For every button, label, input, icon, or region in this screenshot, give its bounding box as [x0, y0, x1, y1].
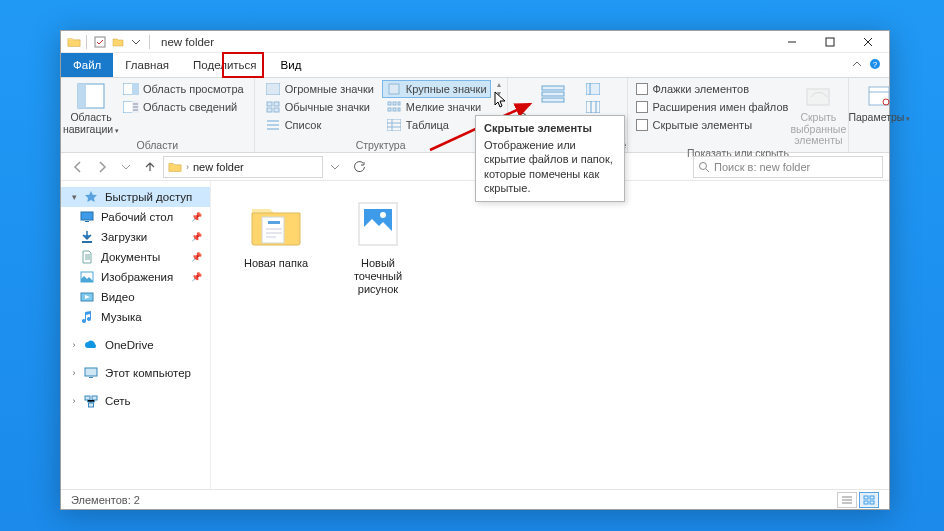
- help-icon[interactable]: ?: [869, 58, 881, 72]
- svg-rect-39: [85, 396, 90, 400]
- sidebar-documents[interactable]: Документы📌: [61, 247, 210, 267]
- sidebar-onedrive[interactable]: ›OneDrive: [61, 335, 210, 355]
- sidebar-pictures[interactable]: Изображения📌: [61, 267, 210, 287]
- layout-huge-icons[interactable]: Огромные значки: [261, 80, 378, 98]
- sidebar-desktop[interactable]: Рабочий стол📌: [61, 207, 210, 227]
- nav-up-button[interactable]: [139, 156, 161, 178]
- quick-access-toolbar: [63, 34, 153, 50]
- pin-icon: 📌: [191, 252, 202, 262]
- sidebar-network[interactable]: ›Сеть: [61, 391, 210, 411]
- pin-icon: 📌: [191, 232, 202, 242]
- view-large-icons-button[interactable]: [859, 492, 879, 508]
- sidebar-downloads[interactable]: Загрузки📌: [61, 227, 210, 247]
- sidebar-quick-access[interactable]: ▾ Быстрый доступ: [61, 187, 210, 207]
- tab-view[interactable]: Вид: [269, 53, 314, 77]
- tab-share[interactable]: Поделиться: [181, 53, 269, 77]
- svg-rect-34: [82, 241, 92, 243]
- checkbox-item-checkboxes[interactable]: Флажки элементов: [634, 80, 791, 98]
- nav-recent-dropdown[interactable]: [115, 156, 137, 178]
- svg-rect-24: [542, 92, 564, 96]
- details-pane-button[interactable]: Область сведений: [119, 98, 248, 116]
- file-tab[interactable]: Файл: [61, 53, 113, 77]
- chevron-down-icon[interactable]: ▾: [69, 192, 79, 202]
- computer-icon: [83, 365, 99, 381]
- qat-dropdown-icon[interactable]: [128, 34, 144, 50]
- video-icon: [79, 289, 95, 305]
- status-bar: Элементов: 2: [61, 489, 889, 509]
- sidebar-music[interactable]: Музыка: [61, 307, 210, 327]
- checkbox-file-extensions[interactable]: Расширения имен файлов: [634, 98, 791, 116]
- preview-pane-button[interactable]: Область просмотра: [119, 80, 248, 98]
- group-by-icon[interactable]: [581, 80, 605, 98]
- file-item-folder[interactable]: Новая папка: [235, 195, 317, 297]
- checkbox-hidden-items[interactable]: Скрытые элементы: [634, 116, 791, 134]
- file-list[interactable]: Новая папка Новый точечный рисунок: [211, 181, 889, 489]
- star-icon: [83, 189, 99, 205]
- ribbon-tabs: Файл Главная Поделиться Вид ?: [61, 53, 889, 77]
- chevron-right-icon[interactable]: ›: [69, 368, 79, 378]
- add-columns-icon[interactable]: [581, 98, 605, 116]
- svg-point-31: [700, 162, 707, 169]
- app-folder-icon: [67, 35, 81, 49]
- breadcrumb-item[interactable]: new folder: [193, 161, 244, 173]
- qat-newfolder-icon[interactable]: [110, 34, 126, 50]
- svg-point-45: [380, 212, 386, 218]
- svg-rect-12: [274, 102, 279, 106]
- layout-more-icon[interactable]: ▿: [497, 98, 501, 107]
- svg-rect-38: [89, 377, 93, 378]
- ribbon-collapse-icon[interactable]: [851, 58, 863, 72]
- nav-back-button[interactable]: [67, 156, 89, 178]
- svg-rect-14: [274, 108, 279, 112]
- svg-rect-1: [826, 38, 834, 46]
- tab-home[interactable]: Главная: [113, 53, 181, 77]
- tooltip-hidden-items: Скрытые элементы Отображение или скрытие…: [475, 115, 625, 202]
- svg-rect-21: [398, 108, 400, 111]
- nav-dropdown-icon[interactable]: [324, 156, 346, 178]
- minimize-button[interactable]: [773, 31, 811, 53]
- layout-small-icons[interactable]: Мелкие значки: [382, 98, 491, 116]
- layout-large-icons[interactable]: Крупные значки: [382, 80, 491, 98]
- titlebar: new folder: [61, 31, 889, 53]
- body: ▾ Быстрый доступ Рабочий стол📌 Загрузки📌…: [61, 181, 889, 489]
- maximize-button[interactable]: [811, 31, 849, 53]
- svg-rect-42: [262, 217, 284, 243]
- svg-rect-10: [266, 83, 280, 95]
- chevron-right-icon[interactable]: ›: [69, 396, 79, 406]
- search-box[interactable]: Поиск в: new folder: [693, 156, 883, 178]
- svg-text:?: ?: [873, 60, 878, 69]
- breadcrumb-bar[interactable]: › new folder: [163, 156, 323, 178]
- layout-scroll-up[interactable]: ▴: [497, 80, 501, 89]
- svg-rect-48: [864, 501, 868, 504]
- document-icon: [79, 249, 95, 265]
- ribbon-group-panes: Область навигации▾ Область просмотра Обл…: [61, 78, 255, 152]
- sidebar-videos[interactable]: Видео: [61, 287, 210, 307]
- svg-rect-17: [393, 102, 396, 105]
- options-button[interactable]: Параметры▾: [855, 80, 903, 124]
- svg-rect-23: [542, 86, 564, 90]
- hide-selected-button[interactable]: Скрыть выбранные элементы: [794, 80, 842, 147]
- layout-scroll-down[interactable]: ▾: [497, 89, 501, 98]
- chevron-right-icon[interactable]: ›: [69, 340, 79, 350]
- picture-icon: [79, 269, 95, 285]
- svg-rect-5: [78, 84, 86, 108]
- nav-pane-button[interactable]: Область навигации▾: [67, 80, 115, 135]
- search-icon: [698, 161, 710, 173]
- nav-refresh-button[interactable]: [348, 156, 370, 178]
- qat-properties-icon[interactable]: [92, 34, 108, 50]
- file-item-label: Новая папка: [244, 257, 308, 270]
- nav-forward-button[interactable]: [91, 156, 113, 178]
- svg-rect-18: [398, 102, 400, 105]
- view-details-button[interactable]: [837, 492, 857, 508]
- svg-rect-40: [92, 396, 97, 400]
- ribbon-group-showhide: Флажки элементов Расширения имен файлов …: [628, 78, 850, 152]
- layout-normal-icons[interactable]: Обычные значки: [261, 98, 378, 116]
- close-button[interactable]: [849, 31, 887, 53]
- svg-rect-26: [586, 83, 600, 95]
- ribbon-group-panes-label: Области: [137, 139, 179, 152]
- checkbox-icon: [636, 101, 648, 113]
- sidebar-this-pc[interactable]: ›Этот компьютер: [61, 363, 210, 383]
- download-icon: [79, 229, 95, 245]
- layout-list[interactable]: Список: [261, 116, 378, 134]
- chevron-right-icon[interactable]: ›: [186, 162, 189, 172]
- file-item-bitmap[interactable]: Новый точечный рисунок: [337, 195, 419, 297]
